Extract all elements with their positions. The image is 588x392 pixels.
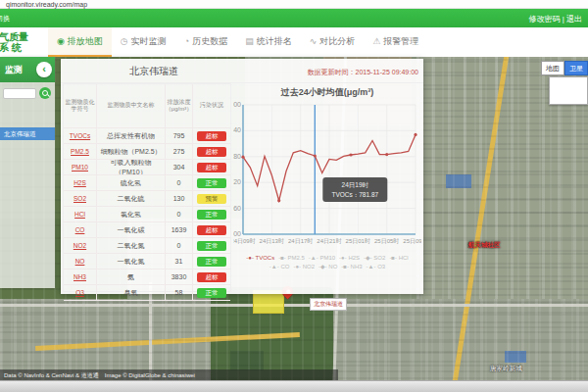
top-bar: 切换 修改密码 | 退出	[0, 9, 588, 27]
table-row[interactable]: NO2二氧化氮0正常	[64, 238, 230, 254]
svg-text:720: 720	[233, 178, 241, 185]
svg-text:25日09时: 25日09时	[403, 238, 421, 245]
browser-url-bar[interactable]: qimonitor.viready.com/map	[0, 0, 588, 9]
status-badge: 正常	[197, 257, 226, 267]
status-badge: 超标	[197, 272, 226, 282]
table-row[interactable]: CO一氧化碳1639超标	[64, 222, 230, 238]
nav-item-compare-analysis[interactable]: ∿ 对比分析	[301, 27, 365, 57]
panel-station-name: 北京伟瑞道	[129, 65, 178, 78]
nav-item-history-data[interactable]: ◔ 历史数据	[175, 27, 236, 57]
data-point	[314, 154, 317, 157]
nav-item-alarm-management[interactable]: ⚠ 报警管理	[364, 27, 427, 57]
map-type-button-satellite[interactable]: 卫星	[564, 61, 588, 75]
ranking-icon: ▤	[245, 36, 254, 46]
legend-item[interactable]: -●- NO2	[293, 264, 315, 270]
status-badge: 超标	[197, 131, 226, 141]
svg-text:780: 780	[233, 153, 241, 160]
legend-item[interactable]: -◆- SO2	[364, 255, 385, 261]
chart-plot[interactable]: 60066072078084090024日09时24日13时24日17时24日2…	[233, 99, 421, 248]
substance-name: 一氧化氮	[97, 254, 166, 269]
station-list-item-selected[interactable]: 北京伟瑞道	[0, 127, 55, 140]
account-links[interactable]: 修改密码 | 退出	[528, 14, 582, 24]
legend-item[interactable]: -▲- O3	[367, 264, 386, 270]
clock-icon: ◷	[121, 36, 128, 46]
svg-text:25日05时: 25日05时	[374, 238, 399, 245]
legend-item[interactable]: -●- H2S	[339, 255, 360, 261]
table-row[interactable]: H2S硫化氢0正常	[64, 175, 230, 191]
svg-text:24日17时: 24日17时	[288, 238, 313, 245]
logo-line-1: 气质量	[0, 31, 44, 42]
status-badge: 超标	[197, 163, 226, 172]
legend-item[interactable]: -◆- NO	[318, 264, 337, 270]
substance-link[interactable]: NH3	[74, 273, 86, 280]
substance-link[interactable]: NO	[75, 258, 85, 265]
map-icon: ◉	[57, 36, 65, 46]
legend-item[interactable]: -■- HCl	[389, 255, 408, 261]
substance-link[interactable]: CO	[75, 226, 85, 233]
station-sidebar: 监测 ‹ 北京伟瑞道	[0, 57, 55, 288]
svg-text:24日09时: 24日09时	[233, 238, 256, 245]
table-row[interactable]: PM2.5细颗粒物（PM2.5）275超标	[64, 144, 230, 160]
substance-name: 二氧化氮	[97, 238, 166, 253]
substance-value: 275	[166, 144, 193, 159]
nav-item-emission-map[interactable]: ◉ 排放地图	[48, 27, 112, 57]
nav-item-realtime-monitor[interactable]: ◷ 实时监测	[112, 27, 175, 57]
table-row[interactable]: NH3氨3830超标	[64, 270, 230, 285]
svg-text:24日13时: 24日13时	[260, 238, 284, 245]
pollutant-table-header: 监测物质化学符号监测物质中文名称排放浓度（μg/m³）污染状况	[64, 84, 230, 128]
sidebar-collapse-button[interactable]: ‹	[36, 62, 52, 77]
search-icon	[42, 90, 48, 96]
browser-bottom-bar	[0, 380, 588, 392]
column-header: 监测物质化学符号	[64, 84, 97, 127]
table-row[interactable]: O3臭氧58正常	[64, 285, 230, 301]
substance-value: 1639	[166, 222, 193, 237]
status-badge: 正常	[197, 178, 226, 188]
table-row[interactable]: TVOCs总挥发性有机物795超标	[64, 128, 230, 144]
substance-link[interactable]: PM2.5	[71, 148, 89, 155]
table-row[interactable]: NO一氧化氮31正常	[64, 254, 230, 270]
legend-item[interactable]: -●- TVOCs	[246, 255, 274, 261]
data-point	[277, 199, 280, 202]
nav-items: ◉ 排放地图 ◷ 实时监测 ◔ 历史数据 ▤ 统计排名 ∿ 对比分析 ⚠ 报警管…	[48, 27, 427, 57]
substance-link[interactable]: SO2	[74, 195, 86, 202]
substance-link[interactable]: NO2	[74, 242, 86, 249]
station-search-button[interactable]	[39, 87, 51, 99]
logo-line-2: 系 统	[0, 42, 44, 53]
chart-title: 过去24小时均值(μg/m³)	[233, 86, 421, 99]
substance-link[interactable]: H2S	[74, 179, 86, 186]
map-control-panel[interactable]	[549, 76, 588, 105]
map-type-button-map[interactable]: 地图	[541, 61, 564, 75]
svg-text:25日01时: 25日01时	[346, 238, 370, 245]
substance-link[interactable]: O3	[75, 289, 84, 296]
table-row[interactable]: PM10可吸入颗粒物（PM10）304超标	[64, 160, 230, 175]
status-badge: 正常	[197, 288, 226, 298]
legend-item[interactable]: -▲- CO	[270, 264, 290, 270]
substance-value: 31	[166, 254, 193, 269]
substance-value: 58	[166, 285, 193, 300]
svg-text:24日19时: 24日19时	[342, 181, 369, 188]
nav-label: 历史数据	[192, 35, 227, 48]
substance-name: 可吸入颗粒物（PM10）	[97, 160, 166, 174]
table-row[interactable]: HCl氯化氢0正常	[64, 207, 230, 222]
substance-name: 臭氧	[97, 285, 166, 300]
pollutant-table: 监测物质化学符号监测物质中文名称排放浓度（μg/m³）污染状况 TVOCs总挥发…	[63, 83, 231, 292]
substance-link[interactable]: PM10	[72, 164, 88, 171]
station-search-input[interactable]	[3, 88, 36, 99]
alarm-icon: ⚠	[372, 36, 380, 46]
substance-link[interactable]: HCl	[74, 211, 85, 218]
nav-label: 排放地图	[68, 35, 103, 48]
substance-value: 0	[166, 207, 193, 221]
station-data-panel: 北京伟瑞道 数据更新时间：2015-11-25 09:49:00 监测物质化学符…	[61, 59, 423, 294]
substance-link[interactable]: TVOCs	[70, 132, 90, 139]
nav-item-statistics-ranking[interactable]: ▤ 统计排名	[236, 27, 301, 57]
status-badge: 预警	[197, 194, 226, 204]
legend-item[interactable]: -■- PM2.5	[278, 255, 305, 261]
legend-item[interactable]: -■- NH3	[341, 264, 362, 270]
history-icon: ◔	[184, 36, 189, 46]
chart-tooltip: 24日19时TVOCs：781.87	[322, 177, 387, 202]
table-row[interactable]: SO2二氧化硫130预警	[64, 191, 230, 207]
app-logo: 气质量 系 统	[0, 27, 44, 57]
svg-text:600: 600	[233, 230, 241, 237]
legend-item[interactable]: -▲- PM10	[309, 255, 335, 261]
main-nav-bar: 气质量 系 统 ◉ 排放地图 ◷ 实时监测 ◔ 历史数据 ▤ 统计排名 ∿ 对比…	[0, 27, 588, 58]
